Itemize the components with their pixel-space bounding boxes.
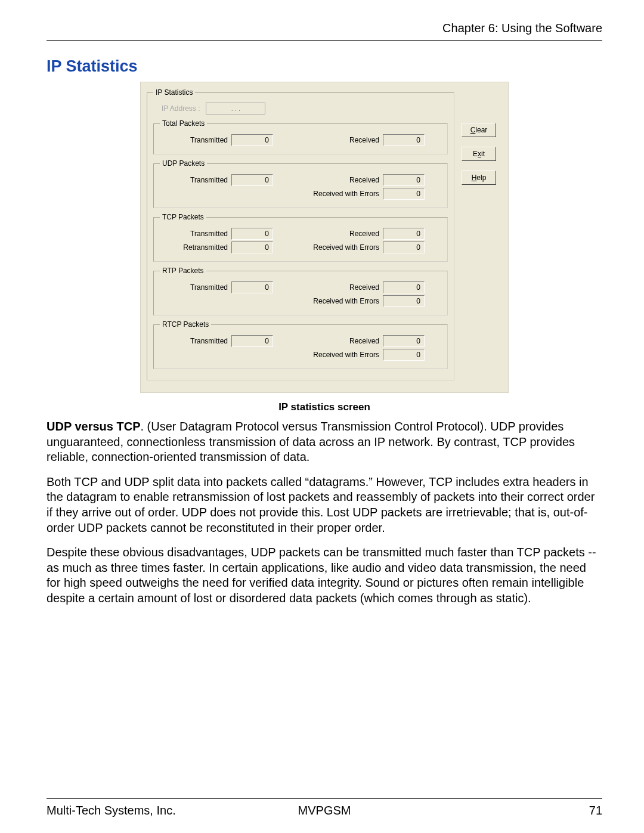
udp-rcverr-value: 0 <box>383 188 425 200</box>
paragraph-2: Both TCP and UDP split data into packets… <box>47 475 602 535</box>
clear-button[interactable]: Clear <box>462 123 496 137</box>
footer-rule <box>47 798 602 799</box>
ip-address-label: IP Address : <box>162 104 200 113</box>
udp-packets-group: UDP Packets Transmitted 0 Received 0 <box>153 159 448 208</box>
total-received-label: Received <box>293 136 383 144</box>
rtp-rcverr-value: 0 <box>383 295 425 307</box>
rtp-rcverr-label: Received with Errors <box>293 297 383 305</box>
paragraph-1: UDP versus TCP. (User Datagram Protocol … <box>47 419 602 465</box>
udp-transmitted-value: 0 <box>231 174 273 186</box>
exit-button[interactable]: Exit <box>462 147 496 161</box>
ip-address-field: . . . <box>206 103 265 114</box>
tcp-received-value: 0 <box>383 228 425 240</box>
rtcp-received-label: Received <box>293 337 383 345</box>
ip-statistics-group: IP Statistics IP Address : . . . Total P… <box>147 88 454 380</box>
page-footer: Multi-Tech Systems, Inc. MVPGSM 71 <box>47 798 602 817</box>
total-packets-legend: Total Packets <box>160 119 207 128</box>
udp-received-value: 0 <box>383 174 425 186</box>
rtp-transmitted-label: Transmitted <box>160 283 231 292</box>
footer-page-number: 71 <box>417 804 602 817</box>
paragraph-1-bold: UDP versus TCP <box>47 420 140 433</box>
footer-company: Multi-Tech Systems, Inc. <box>47 804 232 817</box>
paragraph-3: Despite these obvious disadvantages, UDP… <box>47 545 602 606</box>
udp-packets-legend: UDP Packets <box>160 159 207 168</box>
tcp-retransmitted-value: 0 <box>231 241 273 253</box>
help-button[interactable]: Help <box>462 171 496 185</box>
udp-rcverr-label: Received with Errors <box>293 190 383 198</box>
rtcp-packets-legend: RTCP Packets <box>160 320 211 329</box>
tcp-packets-group: TCP Packets Transmitted 0 Received 0 Ret… <box>153 213 448 262</box>
rtp-packets-group: RTP Packets Transmitted 0 Received 0 <box>153 267 448 315</box>
rtp-received-value: 0 <box>383 281 425 293</box>
tcp-retransmitted-label: Retransmitted <box>160 243 231 252</box>
rtcp-received-value: 0 <box>383 335 425 347</box>
udp-received-label: Received <box>293 176 383 184</box>
ip-statistics-legend: IP Statistics <box>153 88 195 97</box>
rtcp-rcverr-label: Received with Errors <box>293 351 383 359</box>
total-transmitted-value: 0 <box>231 134 273 146</box>
tcp-transmitted-label: Transmitted <box>160 230 231 238</box>
exit-button-rest: it <box>481 150 485 158</box>
udp-transmitted-label: Transmitted <box>160 176 231 184</box>
rtcp-transmitted-label: Transmitted <box>160 337 231 345</box>
rtp-transmitted-value: 0 <box>231 281 273 293</box>
rtcp-packets-group: RTCP Packets Transmitted 0 Received 0 <box>153 320 448 369</box>
clear-button-rest: lear <box>475 126 487 134</box>
rtp-packets-legend: RTP Packets <box>160 267 206 275</box>
rtp-received-label: Received <box>293 283 383 292</box>
tcp-rcverr-value: 0 <box>383 241 425 253</box>
footer-product: MVPGSM <box>232 804 417 817</box>
help-button-rest: elp <box>476 174 486 182</box>
rtcp-rcverr-value: 0 <box>383 349 425 361</box>
tcp-packets-legend: TCP Packets <box>160 213 206 221</box>
chapter-header: Chapter 6: Using the Software <box>47 21 602 40</box>
total-packets-group: Total Packets Transmitted 0 Received 0 <box>153 119 448 154</box>
figure-caption: IP statistics screen <box>47 401 602 413</box>
tcp-rcverr-label: Received with Errors <box>293 243 383 252</box>
ip-statistics-panel: IP Statistics IP Address : . . . Total P… <box>140 82 509 393</box>
rtcp-transmitted-value: 0 <box>231 335 273 347</box>
tcp-transmitted-value: 0 <box>231 228 273 240</box>
total-transmitted-label: Transmitted <box>160 136 231 144</box>
tcp-received-label: Received <box>293 230 383 238</box>
total-received-value: 0 <box>383 134 425 146</box>
header-rule <box>47 40 602 41</box>
section-title: IP Statistics <box>47 57 602 76</box>
ip-address-dots: . . . <box>231 105 240 112</box>
